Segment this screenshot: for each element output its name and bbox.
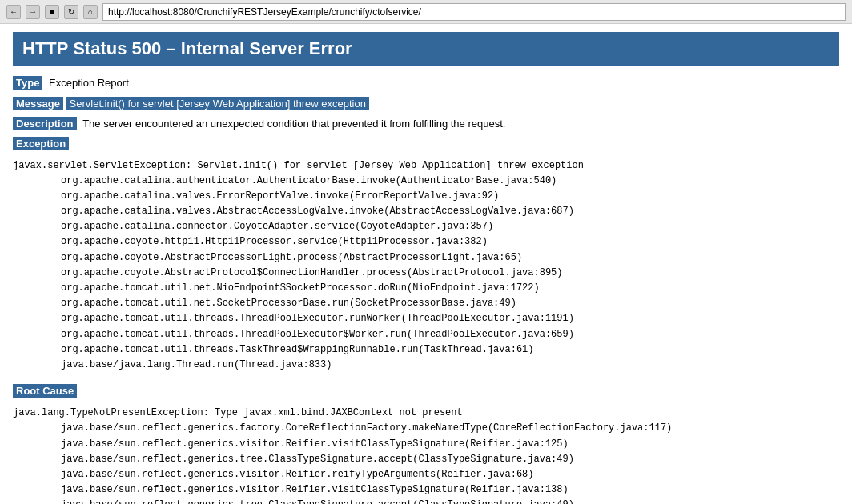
page-content: HTTP Status 500 – Internal Server Error … (0, 24, 852, 504)
exception-line-5: org.apache.coyote.AbstractProcessorLight… (13, 250, 839, 266)
exception-label: Exception (13, 137, 69, 150)
root-cause-main-line: java.lang.TypeNotPresentException: Type … (13, 406, 839, 421)
exception-line-4: org.apache.coyote.http11.Http11Processor… (13, 234, 839, 250)
description-value: The server encountered an unexpected con… (82, 118, 505, 130)
stop-button[interactable]: ■ (45, 5, 59, 19)
exception-line-1: org.apache.catalina.valves.ErrorReportVa… (13, 189, 839, 204)
root-cause-line-3: java.base/sun.reflect.generics.visitor.R… (13, 467, 839, 482)
page-title: HTTP Status 500 – Internal Server Error (13, 32, 839, 66)
root-cause-line-0: java.base/sun.reflect.generics.factory.C… (13, 421, 839, 436)
type-label: Type (13, 76, 42, 90)
root-cause-line-5: java.base/sun.reflect.generics.tree.Clas… (13, 498, 839, 504)
exception-line-7: org.apache.tomcat.util.net.NioEndpoint$S… (13, 281, 839, 296)
home-button[interactable]: ⌂ (83, 5, 98, 19)
exception-line-6: org.apache.coyote.AbstractProtocol$Conne… (13, 266, 839, 281)
root-cause-stack-trace: java.lang.TypeNotPresentException: Type … (13, 406, 839, 504)
description-row: Description The server encountered an un… (13, 116, 839, 132)
root-cause-line-2: java.base/sun.reflect.generics.tree.Clas… (13, 452, 839, 467)
root-cause-section: Root Cause java.lang.TypeNotPresentExcep… (13, 384, 839, 504)
address-bar[interactable] (102, 3, 846, 21)
exception-line-2: org.apache.catalina.valves.AbstractAcces… (13, 204, 839, 219)
refresh-button[interactable]: ↻ (64, 5, 78, 19)
description-label: Description (13, 117, 77, 130)
root-cause-line-4: java.base/sun.reflect.generics.visitor.R… (13, 482, 839, 498)
exception-line-9: org.apache.tomcat.util.threads.ThreadPoo… (13, 311, 839, 326)
root-cause-label: Root Cause (13, 384, 77, 398)
exception-stack-trace: javax.servlet.ServletException: Servlet.… (13, 158, 839, 374)
exception-section: Exception javax.servlet.ServletException… (13, 137, 839, 374)
message-label: Message (13, 97, 63, 110)
exception-line-10: org.apache.tomcat.util.threads.ThreadPoo… (13, 327, 839, 342)
exception-line-11: org.apache.tomcat.util.threads.TaskThrea… (13, 342, 839, 358)
type-value: Exception Report (49, 77, 129, 89)
exception-main-line: javax.servlet.ServletException: Servlet.… (13, 158, 839, 174)
exception-line-12: java.base/java.lang.Thread.run(Thread.ja… (13, 358, 839, 373)
browser-toolbar: ← → ■ ↻ ⌂ (0, 0, 852, 24)
exception-line-8: org.apache.tomcat.util.net.SocketProcess… (13, 296, 839, 311)
message-row: Message Servlet.init() for servlet [Jers… (13, 96, 839, 112)
forward-button[interactable]: → (26, 5, 40, 19)
message-value: Servlet.init() for servlet [Jersey Web A… (66, 97, 369, 110)
type-row: Type Exception Report (13, 75, 839, 91)
exception-line-0: org.apache.catalina.authenticator.Authen… (13, 174, 839, 189)
back-button[interactable]: ← (6, 5, 21, 19)
exception-line-3: org.apache.catalina.connector.CoyoteAdap… (13, 219, 839, 234)
root-cause-line-1: java.base/sun.reflect.generics.visitor.R… (13, 437, 839, 452)
